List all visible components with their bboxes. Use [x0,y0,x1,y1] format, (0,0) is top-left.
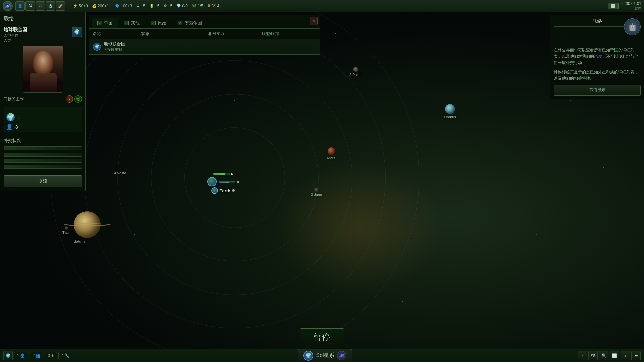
bottom-item-2[interactable]: 2 👥 [30,352,44,359]
icon-wrench: 🔧 [64,353,69,358]
earth-label: Earth [219,188,230,193]
highlight-diplomacy: 外交 [566,60,574,65]
bottom-right-icons: ☑ 🗺 🔍 ⬜ ↕ ☰ [578,351,641,360]
tab-empire-checkbox[interactable]: ✓ [97,21,102,25]
col-status: 状态 [141,31,208,37]
icon-empire[interactable]: 🏛 [25,1,35,11]
modal-tabs: ✓ 帝国 ✓ 其他 ✓ 原始 ✓ 堕落帝国 [89,15,320,29]
mars-body [328,147,335,155]
mars-object[interactable]: Mars [327,147,335,160]
empire-type-1: 人型生物 [4,33,69,38]
row-empire-sub: 间接民主制 [104,47,125,52]
icon-snow: ❄ [51,353,54,358]
icon-research[interactable]: 🔬 [46,1,55,11]
leader-portrait[interactable] [23,46,63,93]
app-logo[interactable]: 🌌 [3,1,13,11]
strategic-value: 1/5 [198,4,203,8]
diplomacy-bars [4,146,82,169]
bar-track-1 [213,173,230,175]
tab-fallen-checkbox[interactable]: ✓ [178,21,182,25]
earth-marker[interactable]: ▶ ✕ Earth ⚙ [207,171,239,194]
stat-influence: ⚙ +5 [136,4,145,8]
top-bar-icons: 👤 🏛 ⚔ 🔬 🚀 [15,1,65,11]
juno-object[interactable]: 3 Juno [311,188,322,197]
br-icon-map[interactable]: 🗺 [588,351,598,360]
tab-primitive-checkbox[interactable]: ✓ [151,21,156,25]
br-icon-menu[interactable]: ☰ [631,351,641,360]
pallas-label: 2 Pallas [349,73,362,77]
pause-button[interactable] [608,3,619,9]
unity-icon: 🔋 [149,4,154,8]
num-3: 3 [48,353,50,358]
system-display[interactable]: 🌍 Sol星系 🌌 [298,349,352,362]
tab-fallen[interactable]: ✓ 堕落帝国 [172,18,208,28]
highlight-traits: 特性 [582,76,590,81]
modal-close-button[interactable]: ✕ [310,17,318,25]
stat-energy: ⚡ 50+9 [73,4,88,8]
bottom-item-3[interactable]: 3 ❄ [45,352,57,359]
pause-bar-2 [613,4,615,8]
juno-body [314,188,318,192]
rare-value: 0/0 [182,4,188,8]
bottom-item-1[interactable]: 1 👤 [14,352,28,359]
tab-other[interactable]: ✓ 其他 [118,18,145,28]
saturn-object[interactable]: Saturn [74,211,101,244]
empire-flag-icon[interactable]: 🌍 [72,27,82,37]
stat-minerals: 💰 200+11 [92,4,111,8]
juno-label: 3 Juno [311,193,322,197]
br-icon-check[interactable]: ☑ [578,351,587,360]
table-header: 名称 状态 相对实力 联盟/联邦 [89,29,320,39]
earth-bars-side: ✕ [219,180,239,184]
icon-military[interactable]: ⚔ [36,1,45,11]
tab-other-checkbox[interactable]: ✓ [124,21,129,25]
earth-badge: ⚙ [232,188,235,193]
energy-value: 50+9 [79,4,88,8]
unity-value: +5 [155,4,160,8]
uranus-object[interactable]: Uranus [444,104,456,119]
col-power: 相对实力 [208,31,262,37]
empire-name: 地球联合国 [4,27,69,33]
row-empire-name: 地球联合国 [104,41,125,47]
bottom-item-4[interactable]: 4 🔧 [58,352,72,359]
exchange-button[interactable]: 交流 [4,175,82,187]
date-value: 2200.01.01 [621,1,641,6]
govt-icons: ▲ 🌿 [66,95,82,103]
num-4: 4 [61,353,64,358]
earth-bars-top: ▶ [213,172,234,176]
icon-leader[interactable]: 👤 [15,1,25,11]
no-show-button[interactable]: 不再显示 [554,85,641,96]
system-left-icon: 🌍 [303,351,313,361]
tab-primitive[interactable]: ✓ 原始 [145,18,172,28]
top-bar: 🌌 👤 🏛 ⚔ 🔬 🚀 ⚡ 50+9 💰 200+11 🔷 100+3 ⚙ +5… [0,0,644,12]
icon-people: 👤 [20,353,25,358]
bottom-icon-globe[interactable]: 🌍 [3,351,13,360]
minerals-value: 200+11 [98,4,111,8]
num-2: 2 [33,353,35,358]
dip-bar-3 [4,159,82,163]
alloys-icon: ⚙ [164,4,167,8]
br-icon-arrows[interactable]: ↕ [621,351,630,360]
pallas-object[interactable]: 2 Pallas [349,67,362,77]
stat-strategic: 🌿 1/5 [192,4,203,8]
info-paragraph-1: 在外交界面中可以查看所有已知帝国的详细列表，以及他们对我们的态度，还可以便利地与… [554,47,641,66]
pops-value: 8 [15,124,18,130]
empire-info: 地球联合国 人型生物 人类 [4,27,69,43]
earth-label-row: Earth ⚙ [211,187,235,194]
empire-table-row[interactable]: 🌍 地球联合国 间接民主制 - [89,39,320,54]
icon-fleet[interactable]: 🚀 [56,1,65,11]
row-empire-text: 地球联合国 间接民主制 [104,41,125,52]
date-display: 2200.01.01 暂停 [621,1,641,11]
rare-icon: 💎 [176,4,181,8]
info-paragraph-2: 种族标签页显示的是已知外星种族的详细列表，以及他们的相关特性。 [554,69,641,82]
titan-object[interactable]: Titan [62,226,70,235]
logo-icon: 🌌 [5,3,11,9]
leader-bg [23,46,63,92]
tab-empire[interactable]: ✓ 帝国 [92,18,118,28]
stat-trade: ⚒ 3/14 [207,4,219,8]
dip-bar-1 [4,146,82,150]
avatar-icon: 🤖 [628,23,637,31]
titan-label: Titan [62,231,70,235]
br-icon-frame[interactable]: ⬜ [610,351,619,360]
earth-bar-1: ▶ [213,172,234,176]
br-icon-zoom[interactable]: 🔍 [599,351,608,360]
